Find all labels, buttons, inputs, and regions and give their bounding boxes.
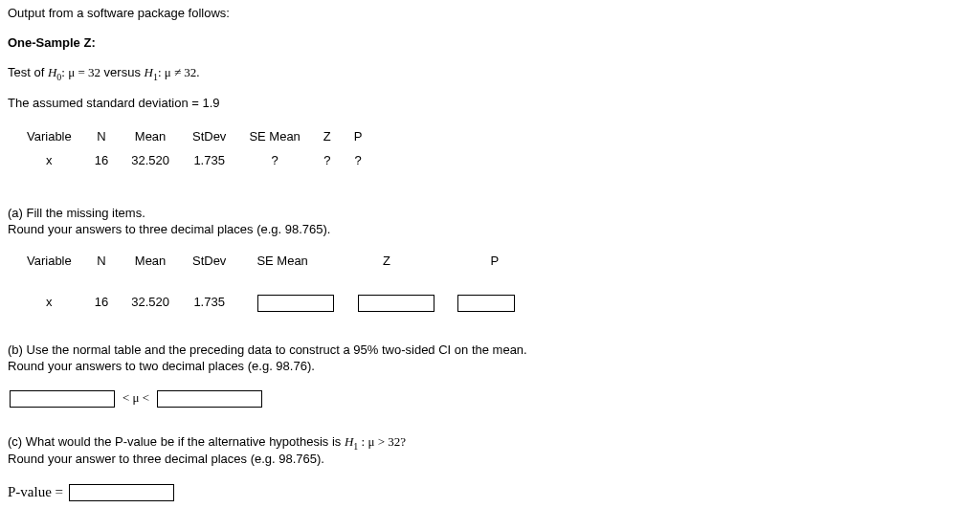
- part-c-prefix: (c) What would the P-value be if the alt…: [8, 434, 345, 449]
- h1-text: : μ ≠ 32.: [158, 65, 200, 79]
- h0-label: H: [48, 65, 56, 79]
- p-input[interactable]: [457, 295, 515, 312]
- pvalue-label: P-value =: [8, 483, 63, 502]
- part-a-line1: (a) Fill the missing items.: [8, 206, 972, 222]
- cell-semean: ?: [237, 149, 311, 173]
- cell-z: ?: [312, 149, 343, 173]
- versus-text: versus: [100, 65, 145, 79]
- col-stdev: StDev: [181, 250, 237, 274]
- pvalue-input[interactable]: [69, 484, 174, 501]
- cell-stdev: 1.735: [181, 291, 237, 316]
- col-semean: SE Mean: [237, 250, 345, 274]
- col-z: Z: [346, 250, 446, 274]
- h1-label: H: [145, 65, 153, 79]
- answer-table: Variable N Mean StDev SE Mean Z P x 16 3…: [15, 250, 526, 316]
- part-c-line2: Round your answer to three decimal place…: [8, 452, 972, 468]
- cell-mean: 32.520: [120, 291, 181, 316]
- col-variable: Variable: [15, 125, 83, 149]
- cell-n: 16: [83, 149, 120, 173]
- intro-text: Output from a software package follows:: [8, 6, 972, 22]
- h0-text: : μ = 32: [61, 65, 100, 79]
- cell-p: ?: [343, 149, 374, 173]
- hyp-prefix: Test of: [8, 65, 48, 79]
- output-table: Variable N Mean StDev SE Mean Z P x 16 3…: [15, 125, 373, 173]
- hypothesis-line: Test of H0: μ = 32 versus H1: μ ≠ 32.: [8, 65, 972, 83]
- cell-mean: 32.520: [120, 149, 181, 173]
- table-row: x 16 32.520 1.735 ? ? ?: [15, 149, 373, 173]
- part-b-line2: Round your answers to two decimal places…: [8, 359, 972, 375]
- cell-stdev: 1.735: [181, 149, 237, 173]
- part-a-line2: Round your answers to three decimal plac…: [8, 222, 972, 238]
- col-mean: Mean: [120, 250, 181, 274]
- h1-text: : μ > 32?: [358, 434, 406, 449]
- cell-variable: x: [15, 291, 83, 316]
- col-stdev: StDev: [181, 125, 237, 149]
- col-variable: Variable: [15, 250, 83, 274]
- col-p: P: [446, 250, 526, 274]
- col-n: N: [83, 125, 120, 149]
- se-mean-input[interactable]: [257, 295, 334, 312]
- section-title: One-Sample Z:: [8, 35, 972, 52]
- cell-variable: x: [15, 149, 83, 173]
- table-row: x 16 32.520 1.735: [15, 291, 526, 316]
- col-n: N: [83, 250, 120, 274]
- z-input[interactable]: [358, 295, 434, 312]
- ci-mid-text: < μ <: [122, 390, 149, 407]
- part-b-prompt: (b) Use the normal table and the precedi…: [8, 342, 972, 375]
- col-mean: Mean: [120, 125, 181, 149]
- cell-n: 16: [83, 291, 120, 316]
- h1-label: H: [345, 434, 353, 449]
- part-b-line1: (b) Use the normal table and the precedi…: [8, 342, 972, 359]
- col-semean: SE Mean: [237, 125, 311, 149]
- part-c-prompt: (c) What would the P-value be if the alt…: [8, 434, 972, 468]
- ci-upper-input[interactable]: [157, 390, 262, 408]
- ci-lower-input[interactable]: [10, 390, 115, 408]
- part-a-prompt: (a) Fill the missing items. Round your a…: [8, 206, 972, 238]
- table-header-row: Variable N Mean StDev SE Mean Z P: [15, 250, 526, 274]
- table-header-row: Variable N Mean StDev SE Mean Z P: [15, 125, 373, 149]
- col-z: Z: [312, 125, 343, 149]
- assumed-sd: The assumed standard deviation = 1.9: [8, 96, 972, 112]
- col-p: P: [343, 125, 374, 149]
